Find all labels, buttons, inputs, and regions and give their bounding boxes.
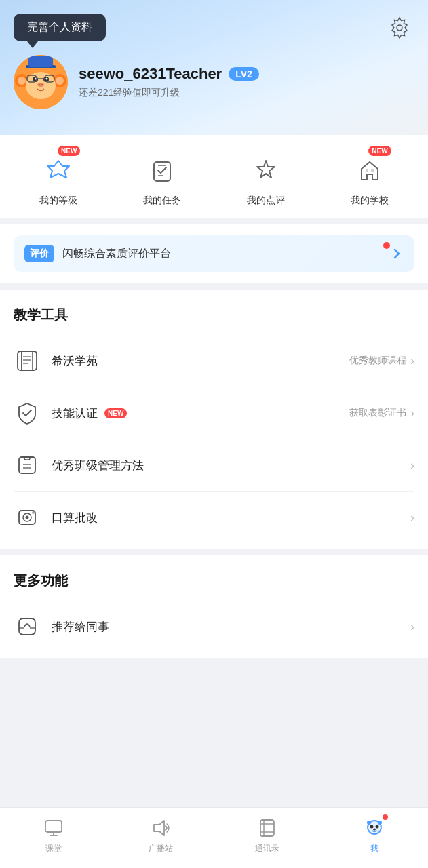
recommend-name: 推荐给同事: [52, 619, 109, 635]
svg-rect-27: [22, 351, 33, 370]
svg-rect-47: [260, 820, 274, 836]
classroom-nav-label: 课堂: [45, 843, 62, 854]
svg-point-12: [37, 83, 44, 87]
svg-marker-46: [154, 821, 164, 835]
action-my-grade[interactable]: NEW 我的等级: [39, 151, 77, 207]
svg-point-55: [373, 829, 376, 831]
action-my-comments[interactable]: 我的点评: [247, 151, 285, 207]
svg-point-5: [18, 77, 26, 85]
seewo-academy-name: 希沃学苑: [52, 353, 98, 369]
settings-button[interactable]: [385, 14, 414, 43]
svg-rect-43: [45, 821, 62, 832]
svg-point-13: [39, 84, 40, 85]
username-row: seewo_6231Teacher LV2: [79, 65, 259, 83]
complete-profile-button[interactable]: 完善个人资料: [14, 14, 106, 41]
banner-left: 评价 闪畅综合素质评价平台: [24, 245, 171, 262]
level-badge: LV2: [229, 67, 259, 81]
my-comments-icon-wrap: [247, 151, 285, 189]
my-school-label: 我的学校: [351, 195, 389, 207]
seewo-academy-icon: [14, 347, 41, 374]
banner-text: 闪畅综合素质评价平台: [62, 247, 171, 261]
class-mgmt-icon: [14, 452, 41, 479]
banner-card[interactable]: 评价 闪畅综合素质评价平台: [14, 235, 414, 272]
my-grade-label: 我的等级: [39, 195, 77, 207]
banner-section: 评价 闪畅综合素质评价平台: [0, 224, 428, 283]
svg-point-56: [367, 821, 371, 825]
my-school-icon-wrap: NEW: [351, 151, 389, 189]
banner-tag: 评价: [24, 245, 54, 262]
more-features-section: 更多功能 推荐给同事 ›: [0, 555, 428, 658]
my-tasks-icon-wrap: [143, 151, 181, 189]
teaching-tools-section: 教学工具 希沃学苑 优秀教师课程 ›: [0, 290, 428, 549]
bottom-nav: 课堂 广播站 通讯录: [0, 807, 428, 868]
nav-me[interactable]: 我: [351, 816, 398, 854]
svg-point-11: [46, 78, 48, 80]
svg-point-53: [370, 825, 374, 829]
seewo-academy-right-text: 优秀教师课程: [349, 355, 406, 367]
broadcast-nav-icon: [149, 816, 173, 840]
seewo-academy-right: 优秀教师课程 ›: [349, 354, 414, 368]
oral-check-right: ›: [410, 511, 414, 525]
recommend-right: ›: [410, 620, 414, 634]
more-features-title: 更多功能: [14, 572, 414, 590]
classroom-nav-icon: [41, 816, 66, 840]
recommend-content: 推荐给同事: [52, 619, 400, 635]
menu-seewo-academy[interactable]: 希沃学苑 优秀教师课程 ›: [14, 335, 414, 387]
seewo-academy-chevron: ›: [410, 354, 414, 368]
my-comments-label: 我的点评: [247, 195, 285, 207]
recommend-icon: [14, 613, 41, 640]
contacts-nav-icon: [255, 816, 279, 840]
skill-cert-chevron: ›: [410, 406, 414, 420]
svg-rect-16: [28, 56, 53, 67]
menu-oral-check[interactable]: 口算批改 ›: [14, 492, 414, 543]
oral-check-chevron: ›: [410, 511, 414, 525]
my-grade-icon-wrap: NEW: [39, 151, 77, 189]
oral-check-name: 口算批改: [52, 510, 98, 526]
action-my-school[interactable]: NEW 我的学校: [351, 151, 389, 207]
svg-point-38: [26, 516, 29, 519]
menu-skill-cert[interactable]: 技能认证 NEW 获取表彰证书 ›: [14, 387, 414, 439]
profile-info: seewo_6231Teacher LV2 还差221经验值即可升级: [79, 65, 259, 99]
class-mgmt-name: 优秀班级管理方法: [52, 458, 144, 473]
exp-text: 还差221经验值即可升级: [79, 87, 259, 99]
my-tasks-label: 我的任务: [143, 195, 181, 207]
svg-marker-24: [257, 161, 275, 178]
quick-actions: NEW 我的等级 我的任务: [0, 135, 428, 218]
svg-marker-0: [392, 18, 407, 38]
avatar: [14, 55, 68, 109]
nav-contacts[interactable]: 通讯录: [244, 816, 291, 854]
svg-point-54: [376, 825, 379, 829]
seewo-academy-content: 希沃学苑: [52, 353, 338, 369]
skill-cert-right: 获取表彰证书 ›: [349, 406, 414, 420]
recommend-chevron: ›: [410, 620, 414, 634]
svg-point-39: [32, 511, 35, 514]
svg-point-57: [378, 821, 382, 825]
banner-red-dot: [383, 242, 390, 249]
me-nav-label: 我: [370, 843, 378, 854]
header-section: 完善个人资料: [0, 0, 428, 135]
class-mgmt-chevron: ›: [410, 458, 414, 473]
profile-row: seewo_6231Teacher LV2 还差221经验值即可升级: [14, 55, 414, 109]
svg-point-6: [56, 77, 64, 85]
my-grade-new-badge: NEW: [58, 146, 80, 156]
nav-classroom[interactable]: 课堂: [30, 816, 77, 854]
svg-rect-40: [19, 618, 35, 635]
menu-class-mgmt[interactable]: 优秀班级管理方法 ›: [14, 439, 414, 492]
contacts-nav-label: 通讯录: [255, 843, 279, 854]
skill-cert-new: NEW: [104, 408, 127, 418]
skill-cert-right-text: 获取表彰证书: [349, 407, 406, 419]
class-mgmt-right: ›: [410, 458, 414, 473]
skill-cert-name: 技能认证: [52, 406, 98, 421]
username-text: seewo_6231Teacher: [79, 65, 222, 83]
class-mgmt-content: 优秀班级管理方法: [52, 458, 400, 473]
svg-point-14: [41, 84, 43, 85]
svg-marker-20: [47, 161, 69, 178]
nav-broadcast[interactable]: 广播站: [137, 816, 184, 854]
teaching-tools-title: 教学工具: [14, 306, 414, 324]
action-my-tasks[interactable]: 我的任务: [143, 151, 181, 207]
oral-check-icon: [14, 504, 41, 531]
oral-check-content: 口算批改: [52, 510, 400, 526]
broadcast-nav-label: 广播站: [149, 843, 173, 854]
skill-cert-content: 技能认证 NEW: [52, 406, 338, 421]
menu-recommend[interactable]: 推荐给同事 ›: [14, 601, 414, 652]
